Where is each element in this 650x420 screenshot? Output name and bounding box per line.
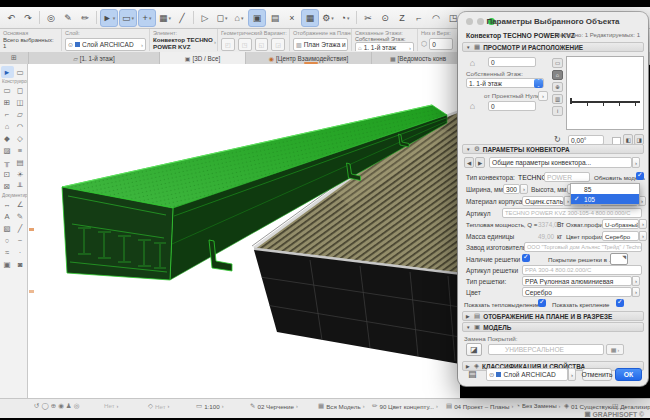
corner-icon[interactable]: ⌐: [411, 10, 427, 26]
arrow-tool-icon[interactable]: ►: [100, 9, 118, 27]
section-preview-positioning[interactable]: ▦ ПРОСМОТР И РАСПОЛОЖЕНИЕ: [462, 42, 644, 52]
grille-type-chevron[interactable]: [632, 276, 640, 286]
column-end-tool[interactable]: ╨: [14, 180, 27, 192]
update-model-checkbox[interactable]: [636, 172, 644, 180]
statusbar-item-override[interactable]: ◔ Без Замены›: [516, 402, 560, 409]
window-tool[interactable]: ⊞: [1, 96, 14, 108]
roof-tool-icon[interactable]: ⌂: [231, 10, 247, 26]
tab-first-floor[interactable]: ▱ [1. 1-й этаж]: [29, 52, 160, 64]
elevation-bottom-field[interactable]: 0: [488, 101, 536, 111]
polyline-tool[interactable]: ~: [14, 234, 27, 246]
label-tool[interactable]: ✎: [14, 210, 27, 222]
section-model[interactable]: ▣ МОДЕЛЬ: [462, 322, 644, 332]
drawing-tool[interactable]: ▣: [1, 258, 14, 270]
datum-chevron-icon[interactable]: ›: [538, 91, 548, 101]
shell-tool[interactable]: ◠: [14, 120, 27, 132]
lamp-tool[interactable]: ☀: [14, 168, 27, 180]
geometry-variant-3-icon[interactable]: ◱: [255, 38, 269, 51]
geometry-variant-4-icon[interactable]: ◲: [271, 38, 285, 51]
curtain-wall-tool[interactable]: ▤: [14, 156, 27, 168]
wall-tool[interactable]: ▭: [1, 84, 14, 96]
grille-coating-material-button[interactable]: ◥: [610, 253, 628, 265]
text-tool[interactable]: A: [1, 210, 14, 222]
line-tool[interactable]: ╱: [14, 222, 27, 234]
tab-overview-icon[interactable]: ⊞: [0, 52, 29, 64]
settings-icon[interactable]: ⚙: [320, 10, 336, 26]
morph-tool[interactable]: ◆: [1, 132, 14, 144]
elevation-field[interactable]: 0: [429, 38, 453, 50]
show-heat-checkbox[interactable]: [538, 299, 546, 307]
height-option-85[interactable]: 85: [571, 184, 639, 194]
zone-tool[interactable]: ◇: [14, 132, 27, 144]
layer-combo[interactable]: ⊙ Слой ARCHICAD ›: [65, 38, 146, 51]
object-tool[interactable]: ⊡: [1, 168, 14, 180]
angle-dimension-tool[interactable]: ∠: [14, 198, 27, 210]
beam-tool[interactable]: ⌐: [1, 108, 14, 120]
3d-viewport[interactable]: [28, 64, 460, 398]
zoom-icon[interactable]: ⊕: [51, 402, 56, 410]
marquee-tool[interactable]: ▭: [14, 66, 27, 78]
elevation-top-field[interactable]: 0: [488, 57, 536, 67]
elevation-icon[interactable]: Z: [394, 10, 410, 26]
grid-icon[interactable]: ▦: [301, 9, 319, 27]
color-chevron[interactable]: [632, 287, 640, 297]
floor-plan-display-combo[interactable]: ▥ План Этажа и Разрез...: [293, 38, 348, 51]
door-tool[interactable]: ◻: [14, 84, 27, 96]
layer-combo-chevron[interactable]: [568, 368, 576, 381]
home-story-combo[interactable]: 1. 1-й этаж: [466, 78, 544, 88]
snap-grid-icon[interactable]: ▦: [157, 10, 173, 26]
material-combo[interactable]: Оцинк.сталь: [522, 196, 564, 206]
next-page-icon[interactable]: ▶: [475, 157, 485, 168]
statusbar-item-mvo[interactable]: ▤ 04 Проект – Планы›: [446, 402, 513, 410]
surface-picker-button[interactable]: ▦ ›: [606, 344, 624, 355]
preview-section-icon-btn[interactable]: ▥: [552, 94, 563, 104]
chevron-right-icon[interactable]: ›: [214, 39, 216, 45]
geometry-variant-2-icon[interactable]: ◳: [238, 38, 252, 51]
guide-lines-icon[interactable]: ╱: [174, 10, 190, 26]
select-icon[interactable]: ▷: [197, 10, 213, 26]
statusbar-item-scale[interactable]: ▭ 1:100›: [196, 402, 223, 410]
profile-combo[interactable]: U-образный: [602, 219, 639, 229]
redo-icon[interactable]: ↷: [20, 10, 36, 26]
roof-tool[interactable]: ⌂: [1, 120, 14, 132]
show-mount-checkbox[interactable]: [616, 299, 624, 307]
camera-tool[interactable]: ◙: [14, 258, 27, 270]
ok-button[interactable]: ОК: [615, 368, 642, 381]
type-value2-field[interactable]: POWER: [544, 172, 590, 182]
parameter-page-combo[interactable]: Общие параметры конвектора...: [489, 157, 632, 168]
pan-icon[interactable]: ◯: [41, 402, 48, 410]
home-story-combo[interactable]: ⌂ 1. 1-й этаж ›: [355, 42, 414, 51]
adjust-icon[interactable]: ⊙: [377, 10, 393, 26]
fill-tool[interactable]: ▧: [1, 222, 14, 234]
point-tool[interactable]: ·: [14, 246, 27, 258]
highlight-icon[interactable]: ▣: [248, 9, 266, 27]
object-preview[interactable]: [566, 56, 644, 130]
trim-icon[interactable]: ✂: [360, 10, 376, 26]
skylight-tool[interactable]: ⊠: [1, 180, 14, 192]
delete-icon[interactable]: ×: [284, 10, 300, 26]
frame-tool-icon[interactable]: ◻: [214, 10, 230, 26]
spline-tool[interactable]: ≈: [1, 246, 14, 258]
dimension-tool[interactable]: ↔: [1, 198, 14, 210]
color-profile-chevron[interactable]: [639, 231, 647, 241]
tab-3d-all[interactable]: ▣ [3D / Все]: [160, 52, 246, 64]
color-combo[interactable]: Серебро: [522, 287, 632, 297]
move-tool-icon[interactable]: +: [138, 9, 156, 27]
surface-paint-icon[interactable]: ◪: [466, 343, 482, 356]
arrow-tool[interactable]: ►: [1, 66, 14, 78]
story-stepper[interactable]: ⌃⌄: [534, 79, 543, 88]
circle-tool[interactable]: ○: [1, 234, 14, 246]
height-option-105[interactable]: ✓ 105: [571, 194, 639, 204]
statusbar-item-structure[interactable]: ▦ Вся Модель›: [318, 402, 365, 410]
section-convector-parameters[interactable]: ⚙ ПАРАМЕТРЫ КОНВЕКТОРА: [462, 144, 644, 154]
transfer-settings-icon[interactable]: ✏: [77, 10, 93, 26]
surface-override-field[interactable]: УНИВЕРСАЛЬНОЕ: [488, 344, 604, 355]
grille-type-combo[interactable]: РРА Рулонная алюминиевая: [522, 276, 632, 286]
history-icon[interactable]: ◔: [337, 10, 353, 26]
fillet-icon[interactable]: ◠: [428, 10, 444, 26]
grille-checkbox[interactable]: [522, 254, 530, 262]
width-chevron[interactable]: [520, 184, 528, 194]
eye-icon[interactable]: ◉: [58, 402, 64, 410]
stair-tool[interactable]: ≡: [14, 144, 27, 156]
preview-info-icon[interactable]: i: [552, 106, 563, 116]
